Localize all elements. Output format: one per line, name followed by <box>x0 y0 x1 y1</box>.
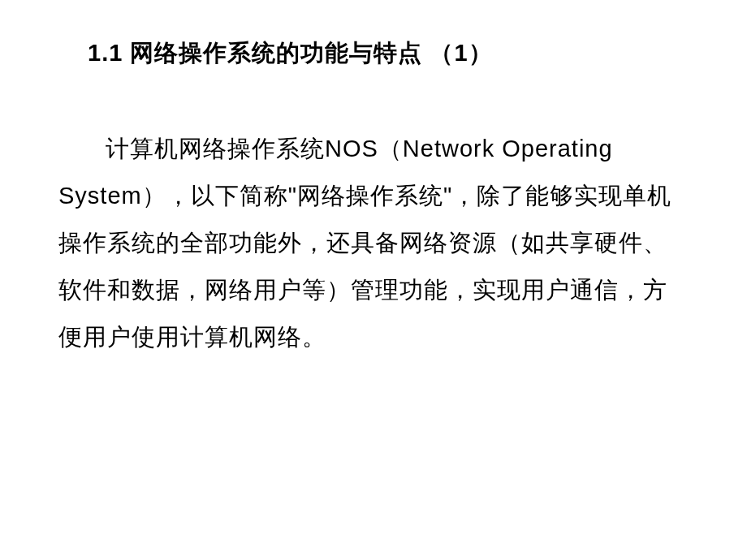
slide-container: 1.1 网络操作系统的功能与特点 （1） 计算机网络操作系统NOS（Networ… <box>0 0 747 560</box>
slide-body-text: 计算机网络操作系统NOS（Network Operating System），以… <box>58 136 671 350</box>
slide-body: 计算机网络操作系统NOS（Network Operating System），以… <box>58 125 690 360</box>
slide-heading: 1.1 网络操作系统的功能与特点 （1） <box>58 37 690 70</box>
